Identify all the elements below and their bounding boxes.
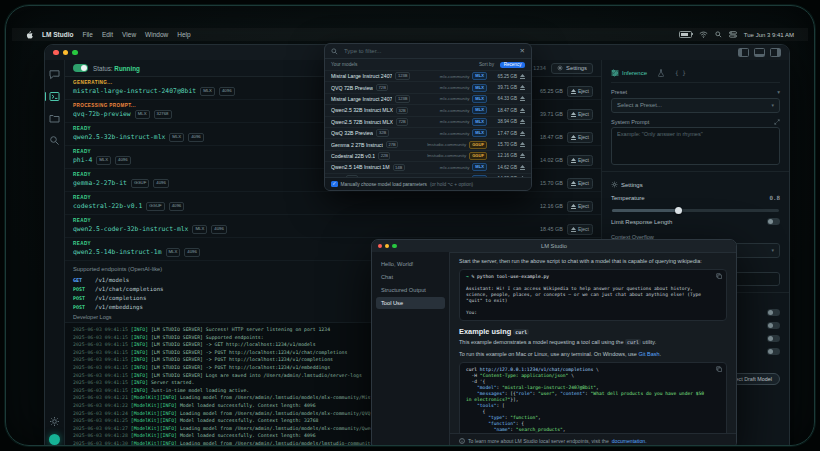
tab-code-braces-icon[interactable]: { }	[675, 69, 686, 76]
picker-eject-icon[interactable]	[520, 85, 525, 90]
picker-model-row[interactable]: QVQ 72B Preview 72B mlx-community MLX 39…	[325, 82, 531, 93]
repeat-penalty-toggle[interactable]	[767, 309, 780, 316]
docs-sidebar: Hello, World! Chat Structured Output Too…	[372, 252, 450, 446]
lmstudio-home-button[interactable]	[49, 434, 60, 445]
model-picker-overlay: ✕ Your models Sort by Recency Mistral La…	[324, 43, 532, 191]
picker-eject-icon[interactable]	[520, 119, 525, 124]
picker-params-badge: 14B	[393, 164, 405, 172]
model-format-badge: GGUF	[131, 179, 149, 188]
zoom-window-button[interactable]	[72, 50, 78, 56]
settings-gear-icon[interactable]	[49, 416, 60, 427]
menu-item[interactable]: Window	[145, 31, 168, 38]
picker-model-row[interactable]: Qwen2.5 14B Instruct 1M 14B mlx-communit…	[325, 162, 531, 173]
tab-experiment-flask-icon[interactable]	[657, 69, 665, 77]
temperature-slider[interactable]	[612, 209, 779, 212]
eject-model-button[interactable]: Eject	[567, 132, 593, 143]
limit-response-toggle[interactable]	[767, 218, 780, 225]
model-row[interactable]: READY qwen2.5-coder-32b-instruct-mlx MLX…	[65, 215, 601, 238]
menu-item[interactable]: View	[122, 31, 136, 38]
tab-inference[interactable]: Inference	[611, 69, 647, 77]
eject-model-button[interactable]: Eject	[567, 201, 593, 212]
minimize-window-button[interactable]	[63, 50, 69, 56]
model-format-badge: GGUF	[146, 202, 164, 211]
docs-sidebar-item[interactable]: Chat	[376, 271, 445, 283]
picker-model-row[interactable]: QwQ 32B Preview 32B mlx-community MLX 17…	[325, 128, 531, 139]
picker-model-row[interactable]: Mistral Large Instruct 2407 123B mlx-com…	[325, 94, 531, 105]
battery-icon[interactable]	[679, 31, 692, 39]
menu-item[interactable]: Help	[177, 31, 190, 38]
picker-model-row[interactable]: Qwen2.5 72B Instruct MLX 72B mlx-communi…	[325, 117, 531, 128]
picker-params-badge: 32B	[376, 129, 388, 137]
top-p-toggle[interactable]	[767, 348, 780, 355]
menu-item[interactable]: Edit	[102, 31, 113, 38]
docs-sidebar-item[interactable]: Hello, World!	[376, 258, 445, 270]
docs-sidebar-item[interactable]: Structured Output	[376, 284, 445, 296]
min-p-toggle[interactable]	[767, 335, 780, 342]
control-center-icon[interactable]	[729, 31, 737, 38]
desktop: LM StudioFileEditViewWindowHelp Tue Jun …	[5, 5, 815, 446]
picker-format-badge: GGUF	[469, 152, 487, 160]
picker-params-badge: 123B	[395, 72, 410, 80]
picker-model-size: 14.62 GB	[490, 165, 517, 170]
model-context-badge: 32768	[154, 110, 172, 119]
picker-eject-icon[interactable]	[520, 74, 525, 79]
picker-eject-icon[interactable]	[520, 142, 525, 147]
git-bash-link[interactable]: Git Bash	[638, 351, 659, 357]
eject-model-button[interactable]: Eject	[567, 155, 593, 166]
picker-eject-icon[interactable]	[520, 165, 525, 170]
discover-icon[interactable]	[49, 135, 60, 146]
toggle-left-panel-icon[interactable]	[738, 48, 749, 57]
preset-select[interactable]: Select a Preset...▾	[611, 98, 780, 113]
toggle-bottom-panel-icon[interactable]	[754, 48, 765, 57]
picker-model-name: Mistral Large Instruct 2407	[331, 96, 392, 102]
menu-item[interactable]: File	[82, 31, 92, 38]
picker-model-row[interactable]: Qwen2.5 32B Instruct MLX 32B mlx-communi…	[325, 105, 531, 116]
picker-model-row[interactable]: Gemma 2 27B Instruct 27B lmstudio-commun…	[325, 139, 531, 150]
server-toggle[interactable]	[73, 64, 88, 72]
model-search-input[interactable]	[342, 47, 516, 55]
copy-icon[interactable]	[716, 366, 722, 372]
eject-model-button[interactable]: Eject	[567, 178, 593, 189]
docs-sidebar-item[interactable]: Tool Use	[376, 297, 445, 309]
top-k-toggle[interactable]	[767, 322, 780, 329]
picker-eject-icon[interactable]	[520, 131, 525, 136]
manual-load-checkbox[interactable]: ✓	[331, 181, 338, 188]
expand-system-prompt-icon[interactable]	[774, 119, 780, 125]
eject-model-button[interactable]: Eject	[567, 109, 593, 120]
menu-item[interactable]: LM Studio	[42, 31, 73, 38]
picker-model-name: Mistral Large Instruct 2407	[331, 73, 392, 79]
eject-model-button[interactable]: Eject	[567, 224, 593, 235]
close-icon[interactable]: ✕	[520, 47, 525, 55]
wifi-icon[interactable]	[699, 31, 708, 38]
picker-model-name: Gemma 2 27B Instruct	[331, 142, 383, 148]
model-row[interactable]: READY codestral-22b-v0.1 GGUF 4096 12.16…	[65, 192, 601, 215]
picker-model-row[interactable]: Codestral 22B v0.1 22B lmstudio-communit…	[325, 151, 531, 162]
sort-chip[interactable]: Recency	[500, 62, 525, 68]
model-memory-size: 65.25 GB	[540, 88, 563, 94]
picker-model-row[interactable]: Mistral Large Instruct 2407 123B mlx-com…	[325, 71, 531, 82]
documentation-link[interactable]: documentation.	[612, 438, 647, 444]
picker-publisher: mlx-community	[440, 108, 470, 113]
picker-eject-icon[interactable]	[520, 96, 525, 101]
picker-format-badge: MLX	[472, 84, 487, 92]
apple-menu-icon[interactable]	[26, 31, 33, 39]
endpoint-path: /v1/chat/completions	[95, 286, 163, 292]
my-models-icon[interactable]	[49, 113, 60, 124]
picker-format-badge: GGUF	[469, 141, 487, 149]
picker-eject-icon[interactable]	[520, 108, 525, 113]
model-format-badge: MLX	[192, 225, 207, 234]
server-settings-button[interactable]: Settings	[551, 63, 593, 74]
toggle-right-panel-icon[interactable]	[770, 48, 781, 57]
model-id: qwen2.5-32b-instruct-mlx	[73, 133, 165, 141]
system-prompt-input[interactable]	[611, 127, 780, 165]
menu-clock[interactable]: Tue Jun 3 9:41 AM	[744, 32, 794, 38]
developer-icon[interactable]	[49, 91, 60, 102]
close-window-button[interactable]	[53, 50, 59, 56]
picker-eject-icon[interactable]	[520, 153, 525, 158]
picker-publisher: lmstudio-community	[427, 142, 466, 147]
eject-model-button[interactable]: Eject	[567, 86, 593, 97]
chat-icon[interactable]	[49, 69, 60, 80]
copy-icon[interactable]	[716, 273, 722, 279]
search-icon[interactable]	[715, 31, 722, 38]
picker-params-badge: 32B	[396, 107, 408, 115]
